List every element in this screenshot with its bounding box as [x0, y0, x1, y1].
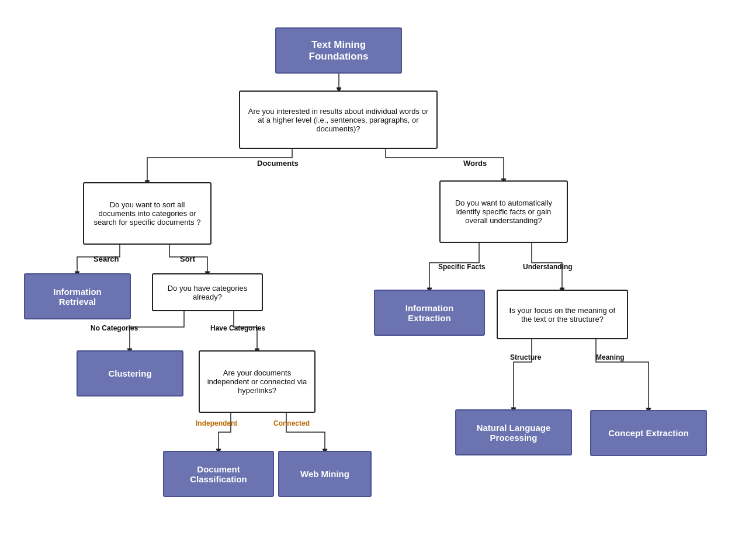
diagram-container: Text Mining Foundations Are you interest… — [0, 0, 735, 560]
label-words: Words — [463, 159, 487, 168]
node-q2-right: Do you want to automatically identify sp… — [439, 180, 568, 243]
node-root: Text Mining Foundations — [275, 27, 402, 74]
label-structure: Structure — [510, 353, 541, 361]
label-have-categories: Have Categories — [210, 324, 265, 332]
node-clustering: Clustering — [77, 350, 183, 396]
node-q3-understanding: Is your focus on the meaning of the text… — [497, 290, 628, 339]
node-information-retrieval: Information Retrieval — [24, 273, 131, 319]
label-meaning: Meaning — [596, 353, 625, 361]
label-no-categories: No Categories — [91, 324, 138, 332]
node-concept-extraction: Concept Extraction — [590, 410, 707, 456]
node-q1: Are you interested in results about indi… — [239, 91, 438, 149]
node-web-mining: Web Mining — [278, 451, 372, 497]
label-search: Search — [93, 255, 119, 263]
node-q2-left: Do you want to sort all documents into c… — [83, 182, 212, 245]
node-document-classification: Document Classification — [163, 451, 274, 497]
label-independent: Independent — [196, 419, 237, 427]
label-specific-facts: Specific Facts — [438, 263, 486, 271]
label-connected: Connected — [273, 419, 310, 427]
node-information-extraction: Information Extraction — [374, 290, 485, 336]
node-q3-sort: Do you have categories already? — [152, 273, 263, 311]
node-q4-have-cats: Are your documents independent or connec… — [199, 350, 316, 413]
label-understanding: Understanding — [523, 263, 573, 271]
label-documents: Documents — [257, 159, 299, 168]
label-sort: Sort — [180, 255, 195, 263]
node-natural-language-processing: Natural Language Processing — [455, 409, 572, 455]
